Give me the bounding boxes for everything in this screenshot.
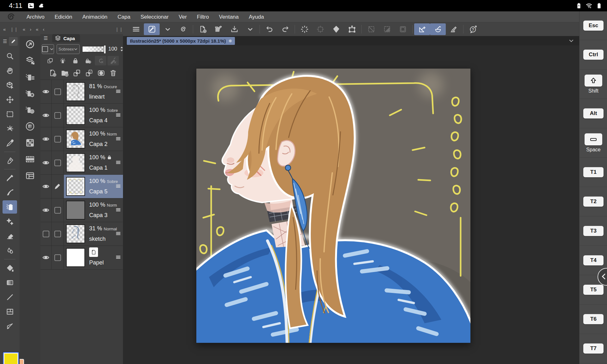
material-panel-button-icon[interactable] bbox=[20, 167, 40, 184]
correct-line-tool-icon[interactable] bbox=[3, 319, 17, 333]
layer-thumbnail[interactable] bbox=[66, 130, 85, 149]
pen-tool-icon[interactable] bbox=[3, 154, 17, 167]
layer-visibility-toggle[interactable] bbox=[40, 127, 52, 151]
clip-studio-button-icon[interactable] bbox=[175, 23, 191, 35]
layer-row-papel[interactable]: Papel bbox=[40, 246, 123, 270]
tool-chevron-icon[interactable] bbox=[160, 23, 175, 35]
t2-key-button[interactable]: T2 bbox=[583, 197, 604, 207]
menu-item-ver[interactable]: Ver bbox=[174, 12, 192, 22]
help-button-icon[interactable]: ? bbox=[465, 23, 481, 35]
subtool-panel-button-icon[interactable] bbox=[20, 69, 40, 85]
frame-border-tool-icon[interactable] bbox=[3, 305, 17, 318]
layer-row-capa-5[interactable]: 100 %SobreCapa 5 bbox=[40, 175, 123, 198]
layer-select-checkbox[interactable] bbox=[52, 198, 64, 222]
layer-row-lineart[interactable]: 81 %Oscurelineart bbox=[40, 80, 123, 104]
expand-right-icon[interactable]: › bbox=[30, 27, 31, 32]
opacity-slider[interactable] bbox=[82, 46, 106, 52]
color-set-panel-button-icon[interactable] bbox=[20, 135, 40, 151]
tool-palette-menu-icon[interactable]: ☰ bbox=[3, 39, 7, 44]
auto-select-tool-icon[interactable] bbox=[3, 122, 17, 135]
save-chevron-icon[interactable] bbox=[242, 23, 258, 35]
menu-item-animacion[interactable]: Animación bbox=[77, 12, 112, 22]
layer-select-checkbox[interactable] bbox=[52, 104, 64, 127]
layer-menu-icon[interactable] bbox=[115, 231, 121, 236]
layer-select-checkbox[interactable] bbox=[52, 151, 64, 174]
command-edit-tool-icon[interactable] bbox=[144, 23, 160, 35]
layer-color-dropdown[interactable] bbox=[42, 44, 54, 54]
main-menu-icon[interactable] bbox=[128, 23, 144, 35]
lock-layer-icon[interactable] bbox=[70, 56, 81, 65]
clear-selection-button-icon[interactable] bbox=[328, 23, 344, 35]
layer-panel-tab[interactable]: Capa bbox=[52, 34, 80, 42]
layer-thumbnail[interactable] bbox=[66, 82, 85, 101]
layer-thumbnail[interactable] bbox=[66, 177, 85, 196]
layer-thumbnail[interactable] bbox=[66, 201, 85, 220]
fill-tool-icon[interactable] bbox=[3, 261, 17, 275]
layer-row-capa-2[interactable]: 100 %NormCapa 2 bbox=[40, 127, 123, 151]
pencil-tool-icon[interactable] bbox=[3, 171, 17, 185]
layer-menu-icon[interactable] bbox=[115, 88, 121, 94]
transfer-down-button[interactable] bbox=[71, 68, 82, 78]
open-file-button-icon[interactable] bbox=[211, 23, 226, 35]
layer-visibility-toggle[interactable] bbox=[40, 198, 52, 222]
opacity-spinner[interactable] bbox=[120, 46, 124, 52]
layer-row-capa-3[interactable]: 100 %NormCapa 3 bbox=[40, 198, 123, 222]
layer-menu-icon[interactable] bbox=[115, 136, 121, 142]
blend-tool-icon[interactable] bbox=[3, 244, 17, 257]
t3-key-button[interactable]: T3 bbox=[583, 226, 604, 236]
menu-item-capa[interactable]: Capa bbox=[113, 12, 136, 22]
layer-menu-icon[interactable] bbox=[115, 254, 121, 260]
undo-button-icon[interactable] bbox=[261, 23, 277, 35]
alt-key-button[interactable]: Alt bbox=[583, 108, 604, 118]
layer-thumbnail[interactable] bbox=[66, 106, 85, 125]
tab-list-chevron-icon[interactable] bbox=[568, 38, 574, 45]
menu-item-archivo[interactable]: Archivo bbox=[21, 12, 50, 22]
brush-tool-icon[interactable] bbox=[3, 186, 17, 199]
current-tool-icon[interactable] bbox=[9, 37, 18, 46]
save-button-icon[interactable] bbox=[226, 23, 242, 35]
menu-item-ventana[interactable]: Ventana bbox=[214, 12, 244, 22]
brush-material-panel-button-icon[interactable] bbox=[20, 102, 40, 118]
tool-property-panel-button-icon[interactable] bbox=[20, 85, 40, 102]
move-layer-tool-icon[interactable] bbox=[3, 93, 17, 106]
layer-panel-menu-icon[interactable]: ☰ bbox=[44, 35, 48, 41]
layer-row-capa-4[interactable]: 100 %SobreCapa 4 bbox=[40, 104, 123, 127]
layer-select-checkbox[interactable] bbox=[52, 222, 64, 246]
layer-visibility-toggle[interactable] bbox=[40, 175, 52, 198]
layer-select-checkbox[interactable] bbox=[52, 246, 64, 269]
space-key-button[interactable] bbox=[585, 133, 602, 145]
clip-studio-logo-icon[interactable] bbox=[6, 12, 16, 21]
shift-key-button[interactable] bbox=[585, 75, 602, 87]
clip-lower-icon[interactable] bbox=[44, 56, 56, 65]
t7-key-button[interactable]: T7 bbox=[583, 343, 604, 354]
t1-key-button[interactable]: T1 bbox=[583, 167, 604, 177]
menu-item-seleccionar[interactable]: Seleccionar bbox=[135, 12, 174, 22]
merge-down-button[interactable] bbox=[84, 68, 95, 78]
eraser-tool-icon[interactable] bbox=[3, 229, 17, 243]
opacity-slider-handle[interactable] bbox=[104, 45, 106, 54]
subtool-detail-panel-button-icon[interactable] bbox=[20, 52, 40, 69]
layer-menu-icon[interactable] bbox=[115, 207, 121, 213]
layer-menu-icon[interactable] bbox=[115, 183, 121, 189]
color-wheel-panel-button-icon[interactable] bbox=[20, 118, 40, 135]
layer-select-checkbox[interactable] bbox=[52, 80, 64, 103]
layer-thumbnail[interactable] bbox=[66, 224, 85, 243]
layer-menu-icon[interactable] bbox=[115, 160, 121, 165]
deselect-button-icon[interactable] bbox=[297, 23, 312, 35]
edge-pull-handle[interactable] bbox=[593, 267, 607, 287]
layer-thumbnail[interactable] bbox=[66, 153, 85, 172]
menu-item-ayuda[interactable]: Ayuda bbox=[244, 12, 269, 22]
gradient-tool-icon[interactable] bbox=[3, 276, 17, 289]
navigator-panel-button-icon[interactable] bbox=[20, 36, 40, 52]
t6-key-button[interactable]: T6 bbox=[583, 314, 604, 324]
new-canvas-button-icon[interactable] bbox=[195, 23, 211, 35]
toolbar-grip-icon[interactable]: ❘❘ bbox=[115, 27, 123, 32]
hand-tool-icon[interactable] bbox=[3, 64, 17, 77]
dock-grip-icon[interactable]: ❘❘ bbox=[10, 27, 18, 32]
snap-to-grid-toggle-icon[interactable] bbox=[446, 23, 462, 35]
transform-button-icon[interactable] bbox=[344, 23, 360, 35]
t4-key-button[interactable]: T4 bbox=[583, 255, 604, 265]
decoration-tool-icon[interactable] bbox=[3, 215, 17, 228]
blend-mode-dropdown[interactable]: Sobreex bbox=[57, 44, 80, 54]
snap-to-ruler-toggle-icon[interactable] bbox=[414, 23, 430, 35]
